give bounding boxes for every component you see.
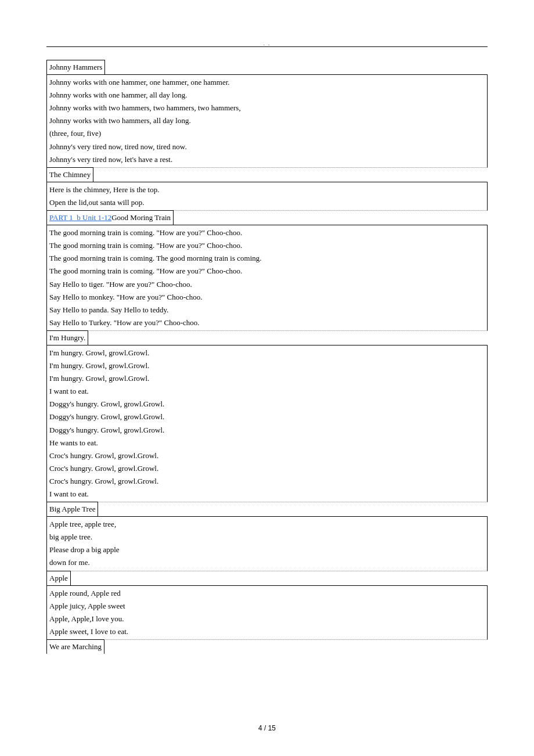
lyric-line: Croc's hungry. Growl, growl.Growl. [49, 462, 485, 475]
section-title: The Chimney [46, 167, 93, 182]
section-body: I'm hungry. Growl, growl.Growl. I'm hung… [46, 345, 488, 502]
lyric-line: Johnny works with one hammer, all day lo… [49, 89, 485, 102]
lyric-line: Doggy's hungry. Growl, growl.Growl. [49, 424, 485, 437]
section-body: Apple round, Apple red Apple juicy, Appl… [46, 585, 488, 640]
lyric-line: Say Hello to panda. Say Hello to teddy. [49, 304, 485, 316]
lyric-line: Johnny's very tired now, let's have a re… [49, 153, 485, 166]
lyric-line: Johnny works with two hammers, two hamme… [49, 102, 485, 114]
lyric-line: Say Hello to tiger. "How are you?" Choo-… [49, 278, 485, 291]
lyric-line: I want to eat. [49, 385, 485, 398]
lyric-line: Apple tree, apple tree, [49, 518, 485, 531]
header-line [46, 46, 488, 47]
section-title: We are Marching [46, 639, 104, 654]
lyric-line: The good morning train is coming. "How a… [49, 226, 485, 239]
section-body: Johnny works with one hammer, one hammer… [46, 74, 488, 168]
document-page: . . Johnny Hammers Johnny works with one… [0, 0, 534, 756]
lyric-line: Open the lid,out santa will pop. [49, 196, 485, 209]
lyric-line: Johnny's very tired now, tired now, tire… [49, 141, 485, 153]
lyric-line: Please drop a big apple [49, 543, 485, 556]
lyric-line: Apple round, Apple red [49, 587, 485, 600]
lyric-line: Say Hello to Turkey. "How are you?" Choo… [49, 316, 485, 329]
lyric-line: down for me. [49, 556, 485, 569]
header-dots: . . [264, 39, 271, 48]
lyric-line: The good morning train is coming. "How a… [49, 239, 485, 252]
lyric-line: Apple sweet, I love to eat. [49, 625, 485, 638]
lyric-line: (three, four, five) [49, 127, 485, 140]
lyric-line: Croc's hungry. Growl, growl.Growl. [49, 475, 485, 488]
document-content: Johnny Hammers Johnny works with one ham… [46, 60, 488, 654]
lyric-line: Say Hello to monkey. "How are you?" Choo… [49, 291, 485, 304]
lyric-line: Here is the chimney, Here is the top. [49, 183, 485, 196]
section-title: Johnny Hammers [46, 60, 105, 74]
part-link[interactable]: PART 1_b Unit 1-12 [49, 213, 111, 222]
lyric-line: Johnny works with one hammer, one hammer… [49, 76, 485, 89]
lyric-line: The good morning train is coming. "How a… [49, 265, 485, 278]
lyric-line: I'm hungry. Growl, growl.Growl. [49, 347, 485, 359]
lyric-line: I want to eat. [49, 488, 485, 501]
section-body: Apple tree, apple tree, big apple tree. … [46, 516, 488, 571]
lyric-line: big apple tree. [49, 531, 485, 543]
lyric-line: I'm hungry. Growl, growl.Growl. [49, 372, 485, 385]
lyric-line: Doggy's hungry. Growl, growl.Growl. [49, 411, 485, 423]
page-number: 4 / 15 [0, 722, 534, 734]
section-body: The good morning train is coming. "How a… [46, 225, 488, 331]
lyric-line: Apple, Apple,I love you. [49, 613, 485, 625]
section-body: Here is the chimney, Here is the top. Op… [46, 182, 488, 211]
lyric-line: He wants to eat. [49, 437, 485, 449]
section-title: Big Apple Tree [46, 502, 98, 516]
lyric-line: Apple juicy, Apple sweet [49, 600, 485, 613]
section-title: Apple [46, 571, 71, 585]
lyric-line: Croc's hungry. Growl, growl.Growl. [49, 449, 485, 462]
lyric-line: I'm hungry. Growl, growl.Growl. [49, 359, 485, 372]
section-title-suffix: Good Moring Train [111, 213, 171, 222]
section-title: I'm Hungry. [46, 330, 88, 345]
lyric-line: The good morning train is coming. The go… [49, 252, 485, 265]
lyric-line: Doggy's hungry. Growl, growl.Growl. [49, 398, 485, 411]
section-title: PART 1_b Unit 1-12Good Moring Train [46, 210, 174, 225]
lyric-line: Johnny works with two hammers, all day l… [49, 114, 485, 127]
page-header-rule: . . [46, 41, 488, 49]
